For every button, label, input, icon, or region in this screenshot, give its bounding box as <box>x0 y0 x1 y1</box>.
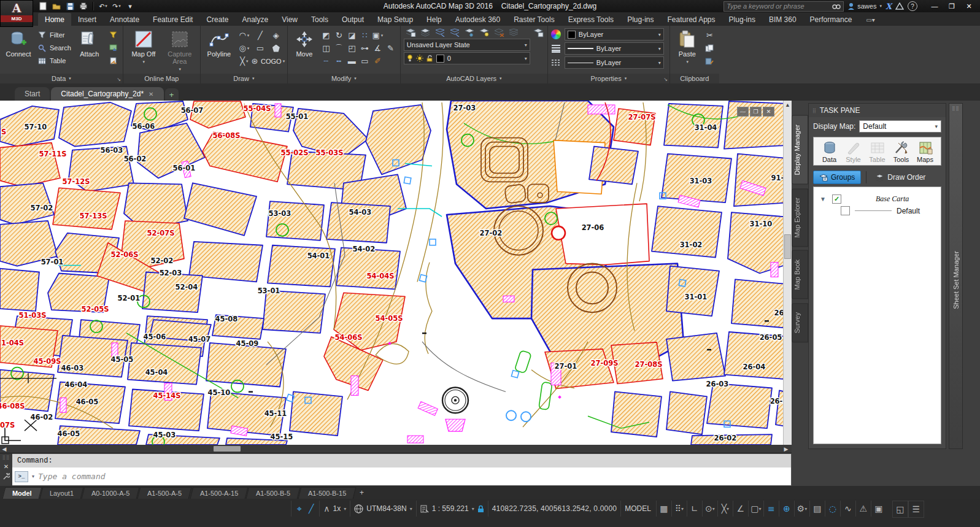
graphics-performance-icon[interactable]: ∿ <box>840 501 855 517</box>
side-tab-display-manager[interactable]: Display Manager <box>792 115 808 185</box>
edit-poly-tool-icon[interactable]: ▭ <box>361 56 368 66</box>
layer-unlock-icon[interactable] <box>426 55 433 62</box>
minimize-button[interactable]: — <box>926 1 943 12</box>
annotation-warning-icon[interactable]: ⚠ <box>855 501 871 517</box>
array-tool-icon[interactable]: ∷ <box>362 31 367 40</box>
move-button[interactable]: Move <box>291 28 318 58</box>
sheet-set-manager-bar[interactable]: ⣿⣿ Sheet Set Manager <box>949 103 963 449</box>
ribbon-tab-map-setup-9[interactable]: Map Setup <box>371 13 420 26</box>
define-query-button[interactable] <box>107 29 120 41</box>
a360-icon[interactable] <box>895 2 904 10</box>
horizontal-scrollbar[interactable]: ◀ ▶ <box>0 445 792 453</box>
layer-state-dropdown[interactable]: Unsaved Layer State▾ <box>404 39 530 51</box>
task-pane-tool-maps[interactable]: Maps <box>914 140 936 163</box>
snap-icon[interactable]: ⠿▾ <box>671 501 687 517</box>
redo-icon[interactable]: ↷▾ <box>110 1 123 11</box>
layer-lock-icon[interactable] <box>508 28 519 37</box>
search-input[interactable]: Type a keyword or phrase <box>723 1 844 12</box>
lineweight-dropdown[interactable]: ByLayer▾ <box>565 42 664 55</box>
current-layer-dropdown[interactable]: 0▾ <box>404 52 530 64</box>
clipboard-panel-label[interactable]: Clipboard <box>670 74 719 83</box>
ribbon-tab-feature-edit-3[interactable]: Feature Edit <box>146 13 199 26</box>
vertical-scroll-thumb[interactable] <box>784 234 791 259</box>
side-tab-map-book[interactable]: Map Book <box>792 250 808 299</box>
qat-customize-icon[interactable]: ▾ <box>124 1 136 11</box>
properties-panel-launcher-icon[interactable]: ↘ <box>663 77 668 82</box>
help-icon[interactable]: ? <box>908 1 917 11</box>
ortho-icon[interactable]: ∟ <box>687 501 702 517</box>
make-current-layer-icon[interactable] <box>532 28 544 37</box>
cogo-button[interactable]: ⊛ COGO▾ <box>252 56 285 66</box>
binoculars-search-icon[interactable] <box>832 3 841 10</box>
vertical-scrollbar[interactable]: ▲ <box>783 101 792 445</box>
layer-on-bulb-icon[interactable] <box>407 55 413 62</box>
side-tab-survey[interactable]: Survey <box>792 303 808 342</box>
edit-hatch-tool-icon[interactable]: ▬ <box>348 56 356 66</box>
selection-cycling-icon[interactable]: ≡ <box>763 501 779 517</box>
break-at-point-tool-icon[interactable]: ╍ <box>336 56 341 66</box>
groups-button[interactable]: Groups <box>813 171 861 184</box>
annotation-scale-icon[interactable]: ▣ <box>871 501 886 517</box>
ribbon-tab-autodesk-360-11[interactable]: Autodesk 360 <box>449 13 507 26</box>
xline-tool-icon[interactable]: ╳▾ <box>240 56 248 66</box>
tree-item-row[interactable]: Default <box>841 206 935 215</box>
sign-in-button[interactable]: sawes ▾ <box>847 2 882 10</box>
break-tool-icon[interactable]: ╌ <box>323 56 328 66</box>
viewport-close-icon[interactable]: ✕ <box>763 107 774 117</box>
ribbon-tab-analyze-5[interactable]: Analyze <box>235 13 275 26</box>
new-drawing-tab-button[interactable]: + <box>165 88 179 101</box>
data-panel-launcher-icon[interactable]: ↘ <box>117 77 121 82</box>
annotation-scale-button[interactable]: ∧ 1x▾ <box>319 501 350 517</box>
scale-tool-icon[interactable]: ◰ <box>348 44 355 53</box>
viewport-restore-icon[interactable]: ❐ <box>750 107 762 117</box>
draw-panel-label[interactable]: Draw▾ <box>201 74 287 83</box>
coordinate-system-button[interactable]: UTM84-38N▾ <box>350 501 415 517</box>
restore-button[interactable]: ❐ <box>943 1 960 12</box>
rectangle-tool-icon[interactable]: ▭ <box>257 44 264 53</box>
filter-button[interactable]: Filter <box>36 29 72 41</box>
scroll-right-icon[interactable]: ▶ <box>782 446 790 452</box>
start-tab[interactable]: Start <box>15 87 50 101</box>
new-drawing-icon[interactable] <box>37 1 49 11</box>
grid-icon[interactable]: ▦ <box>656 501 671 517</box>
command-recent-chevron-icon[interactable]: ▾ <box>32 474 34 479</box>
horizontal-scroll-thumb[interactable] <box>214 446 241 452</box>
measure-tool-icon[interactable]: ∡ <box>374 44 382 53</box>
undo-icon[interactable]: ↶▾ <box>97 1 109 11</box>
search-button[interactable]: Search <box>36 42 72 54</box>
circle-tool-icon[interactable]: ◎▾ <box>239 44 249 53</box>
scroll-left-icon[interactable]: ◀ <box>0 446 9 452</box>
task-pane-grip[interactable]: ⣿ <box>812 108 816 113</box>
ribbon-tab-performance-18[interactable]: Performance <box>803 13 859 26</box>
drawing-canvas[interactable]: 56-0755-04S55-0127-0327-07S31-0457-1056-… <box>0 101 792 445</box>
application-menu-button[interactable]: A M3D <box>0 0 33 27</box>
layer-thaw-sun-icon[interactable] <box>416 55 423 62</box>
object-snap-icon[interactable]: ▢▾ <box>748 501 763 517</box>
command-customize-icon[interactable] <box>3 473 10 481</box>
task-pane-tool-data[interactable]: Data <box>819 140 840 163</box>
data-panel-label[interactable]: Data▾ ↘ <box>0 74 123 83</box>
layout-tab-a0-1000-a-5[interactable]: A0-1000-A-5 <box>82 487 140 499</box>
ribbon-tab-create-4[interactable]: Create <box>199 13 235 26</box>
command-close-icon[interactable]: ✕ <box>4 463 9 470</box>
layer-delete-icon[interactable] <box>493 28 504 37</box>
item-checkbox-unchecked[interactable] <box>841 206 850 215</box>
open-icon[interactable] <box>50 1 63 11</box>
layer-freeze-icon[interactable] <box>464 28 475 37</box>
mirror-tool-icon[interactable]: ◫ <box>322 44 330 53</box>
attach-button[interactable]: Attach <box>74 28 105 58</box>
layer-off-icon[interactable] <box>479 28 490 37</box>
quick-properties-icon[interactable]: ▤ <box>809 501 825 517</box>
paste-button[interactable]: Paste▾ <box>673 28 701 66</box>
coordinate-tracker-icon[interactable]: ⌖ <box>297 504 302 513</box>
display-map-dropdown[interactable]: Default▾ <box>859 120 941 133</box>
object-snap-tracking-icon[interactable]: ∠ <box>733 501 748 517</box>
ribbon-tab-plug-ins-14[interactable]: Plug-ins <box>620 13 660 26</box>
ribbon-tab-annotate-2[interactable]: Annotate <box>103 13 146 26</box>
layout-tab-a1-500-b-15[interactable]: A1-500-B-15 <box>298 487 357 499</box>
match-brush-tool-icon[interactable]: ✐ <box>374 56 381 66</box>
ribbon-tab-featured-apps-15[interactable]: Featured Apps <box>660 13 722 26</box>
map-scale-button[interactable]: 1 : 559.221▾ <box>416 501 488 517</box>
layout-tab-a1-500-b-5[interactable]: A1-500-B-5 <box>246 487 301 499</box>
command-grip[interactable]: ⣿⣿ <box>2 455 10 460</box>
